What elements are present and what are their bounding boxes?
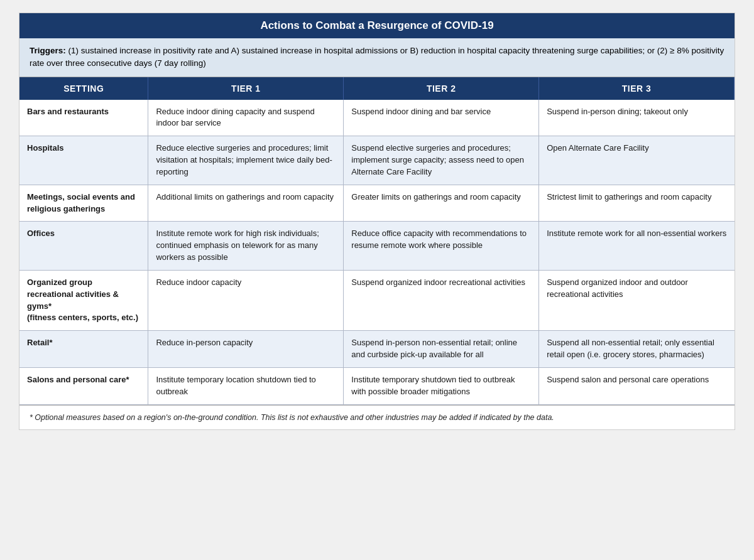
footer-note: * Optional measures based on a region's … bbox=[19, 405, 735, 430]
header-tier3: TIER 3 bbox=[539, 77, 735, 100]
header-tier2: TIER 2 bbox=[344, 77, 539, 100]
triggers-label: Triggers: bbox=[30, 46, 66, 55]
cell-setting: Meetings, social events and religious ga… bbox=[19, 185, 148, 222]
triggers-text: (1) sustained increase in positivity rat… bbox=[30, 46, 724, 68]
table-row: Salons and personal care*Institute tempo… bbox=[19, 368, 735, 405]
cell-tier1: Reduce indoor dining capacity and suspen… bbox=[148, 100, 344, 136]
triggers-section: Triggers: (1) sustained increase in posi… bbox=[19, 38, 735, 77]
cell-setting: Hospitals bbox=[19, 136, 148, 185]
cell-tier1: Reduce in-person capacity bbox=[148, 331, 344, 368]
cell-tier2: Suspend organized indoor recreational ac… bbox=[344, 270, 539, 330]
cell-tier2: Suspend indoor dining and bar service bbox=[344, 100, 539, 136]
actions-table: SETTING TIER 1 TIER 2 TIER 3 Bars and re… bbox=[19, 77, 735, 405]
cell-tier3: Suspend salon and personal care operatio… bbox=[539, 368, 735, 405]
cell-tier1: Institute remote work for high risk indi… bbox=[148, 222, 344, 271]
table-header-row: SETTING TIER 1 TIER 2 TIER 3 bbox=[19, 77, 735, 100]
header-tier1: TIER 1 bbox=[148, 77, 344, 100]
table-row: Meetings, social events and religious ga… bbox=[19, 185, 735, 222]
cell-setting: Bars and restaurants bbox=[19, 100, 148, 136]
cell-tier2: Suspend elective surgeries and procedure… bbox=[344, 136, 539, 185]
table-row: Retail*Reduce in-person capacitySuspend … bbox=[19, 331, 735, 368]
page-title: Actions to Combat a Resurgence of COVID-… bbox=[19, 13, 735, 38]
cell-setting: Offices bbox=[19, 222, 148, 271]
cell-tier1: Institute temporary location shutdown ti… bbox=[148, 368, 344, 405]
cell-setting: Salons and personal care* bbox=[19, 368, 148, 405]
table-row: OfficesInstitute remote work for high ri… bbox=[19, 222, 735, 271]
cell-tier3: Strictest limit to gatherings and room c… bbox=[539, 185, 735, 222]
cell-tier2: Greater limits on gatherings and room ca… bbox=[344, 185, 539, 222]
cell-tier3: Open Alternate Care Facility bbox=[539, 136, 735, 185]
header-setting: SETTING bbox=[19, 77, 148, 100]
cell-tier2: Suspend in-person non-essential retail; … bbox=[344, 331, 539, 368]
title-text: Actions to Combat a Resurgence of COVID-… bbox=[260, 19, 493, 31]
cell-tier1: Reduce elective surgeries and procedures… bbox=[148, 136, 344, 185]
table-row: Bars and restaurantsReduce indoor dining… bbox=[19, 100, 735, 136]
table-row: HospitalsReduce elective surgeries and p… bbox=[19, 136, 735, 185]
table-row: Organized group recreational activities … bbox=[19, 270, 735, 330]
cell-tier3: Suspend organized indoor and outdoor rec… bbox=[539, 270, 735, 330]
cell-tier3: Suspend all non-essential retail; only e… bbox=[539, 331, 735, 368]
cell-setting: Retail* bbox=[19, 331, 148, 368]
cell-tier2: Reduce office capacity with recommendati… bbox=[344, 222, 539, 271]
footer-text: * Optional measures based on a region's … bbox=[30, 413, 554, 422]
cell-tier3: Institute remote work for all non-essent… bbox=[539, 222, 735, 271]
cell-tier1: Reduce indoor capacity bbox=[148, 270, 344, 330]
cell-tier1: Additional limits on gatherings and room… bbox=[148, 185, 344, 222]
cell-tier2: Institute temporary shutdown tied to out… bbox=[344, 368, 539, 405]
cell-tier3: Suspend in-person dining; takeout only bbox=[539, 100, 735, 136]
cell-setting: Organized group recreational activities … bbox=[19, 270, 148, 330]
main-container: Actions to Combat a Resurgence of COVID-… bbox=[19, 13, 735, 430]
